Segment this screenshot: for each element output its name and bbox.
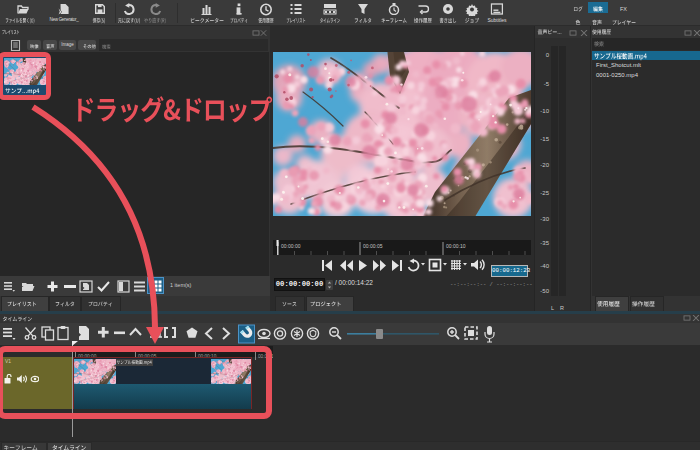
svg-text:-15: -15 <box>540 136 549 142</box>
svg-text:00:00:10: 00:00:10 <box>446 243 466 249</box>
svg-text:00:00:05: 00:00:05 <box>363 243 383 249</box>
svg-text:-25: -25 <box>540 190 549 196</box>
svg-text:00:00:00: 00:00:00 <box>281 243 301 249</box>
svg-text:-10: -10 <box>540 108 549 114</box>
svg-text:-35: -35 <box>540 240 549 246</box>
svg-text:0: 0 <box>546 52 550 58</box>
svg-text:-30: -30 <box>540 216 549 222</box>
svg-text:-50: -50 <box>540 288 549 294</box>
svg-text:-20: -20 <box>540 162 549 168</box>
svg-text:-40: -40 <box>540 263 549 269</box>
svg-text:-5: -5 <box>544 81 550 87</box>
